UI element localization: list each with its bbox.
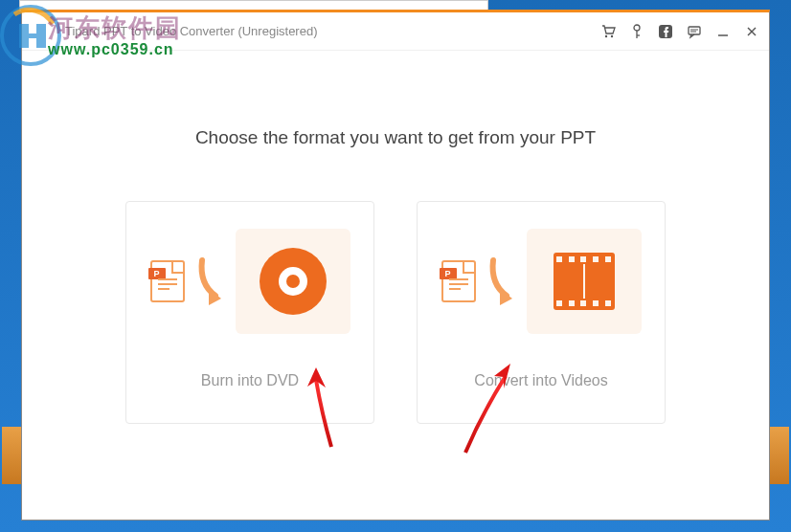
ppt-file-icon: P [441,260,476,302]
arrow-icon [486,255,519,308]
content-area: Choose the format you want to get from y… [22,51,769,424]
titlebar-actions [600,24,759,39]
svg-point-0 [605,34,607,36]
feedback-icon[interactable] [687,24,702,39]
disc-icon [260,248,327,315]
svg-rect-6 [689,27,700,34]
facebook-icon[interactable] [658,24,673,39]
watermark-text: 河东软件园 www.pc0359.cn [48,11,182,58]
minimize-button[interactable] [715,24,731,39]
dvd-target [236,229,350,334]
page-heading: Choose the format you want to get from y… [195,127,596,148]
annotation-arrow-right [458,362,525,457]
close-button[interactable] [744,24,759,39]
svg-point-2 [634,25,640,31]
desktop-decoration-right [770,427,789,484]
video-target [527,229,642,334]
dvd-graphics: P [150,229,350,334]
watermark-url: www.pc0359.cn [48,41,182,58]
video-graphics: P [441,229,642,334]
arrow-icon [194,255,228,308]
ppt-file-icon: P [150,260,185,302]
svg-point-1 [611,34,613,36]
options-row: P Burn into DVD [125,201,666,424]
watermark-cn: 河东软件园 [48,11,182,45]
cart-icon[interactable] [600,24,616,39]
desktop-decoration-left [2,427,21,484]
annotation-arrow-left [305,366,343,452]
option-convert-video[interactable]: P Convert into Vid [417,201,666,424]
dvd-label: Burn into DVD [201,372,299,389]
film-icon [554,253,615,310]
key-icon[interactable] [629,24,644,39]
main-window: Tipard PPT to Video Converter (Unregiste… [21,10,770,521]
